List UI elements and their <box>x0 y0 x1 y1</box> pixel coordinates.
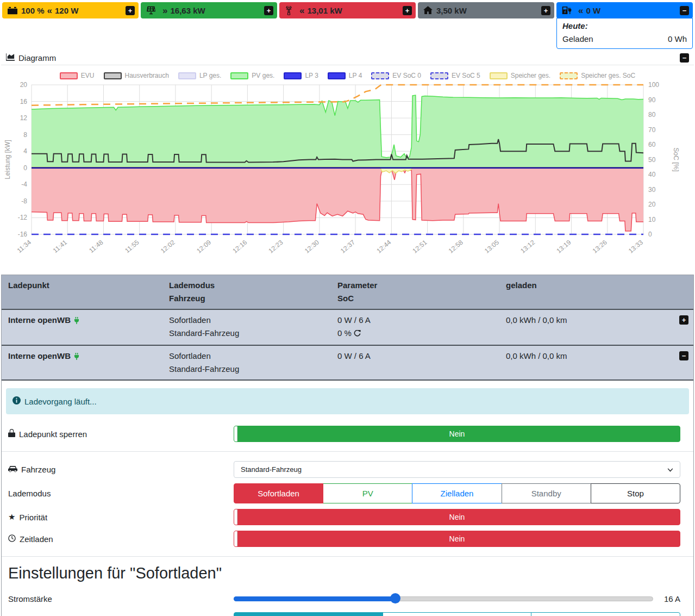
badge-battery[interactable]: 100 % « 120 W + <box>2 2 139 18</box>
chargepoint-collapse-button[interactable]: − <box>680 6 689 15</box>
table-row[interactable]: Interne openWB Sofortladen Standard-Fahr… <box>2 310 693 346</box>
table-row[interactable]: Interne openWB Sofortladen Standard-Fahr… <box>2 346 693 381</box>
mode-standby-button[interactable]: Standby <box>502 483 591 503</box>
battery-expand-button[interactable]: + <box>126 6 135 15</box>
badge-grid[interactable]: « 13,01 kW + <box>279 2 416 18</box>
limit-group: keine EV-SoC Energiemenge <box>234 612 680 616</box>
left-tick-label: 4 <box>23 147 27 155</box>
legend-speicher-ges-soc[interactable]: Speicher ges. SoC <box>560 72 635 79</box>
today-title: Heute: <box>562 21 687 30</box>
chargepoint-power-value: 0 W <box>586 6 600 15</box>
badge-pv[interactable]: » 16,63 kW + <box>141 2 277 18</box>
row-charged: 0,0 kWh / 0,0 km <box>506 350 673 376</box>
chevron-left-icon: « <box>47 6 52 15</box>
right-tick-label: 0 <box>648 231 652 238</box>
charge-mode-group: Sofortladen PV Zielladen Standby Stop <box>234 483 680 503</box>
row-collapse-button[interactable]: − <box>679 351 688 360</box>
x-tick-label: 11:41 <box>52 238 69 254</box>
chevron-left-icon: « <box>299 6 304 15</box>
pv-expand-button[interactable]: + <box>264 6 273 15</box>
mode-pv-button[interactable]: PV <box>323 483 412 503</box>
limit-ev-soc-button[interactable]: EV-SoC <box>383 612 532 616</box>
legend-ev-soc-5[interactable]: EV SoC 5 <box>430 72 480 79</box>
left-tick-label: -8 <box>21 197 27 205</box>
chevron-left-icon: « <box>578 6 583 15</box>
legend-hausverbrauch[interactable]: Hausverbrauch <box>104 72 169 79</box>
right-tick-label: 10 <box>648 216 656 223</box>
divider <box>2 556 693 557</box>
row-param: 0 W / 6 A <box>337 314 506 327</box>
x-tick-label: 11:55 <box>123 238 141 254</box>
limit-energiemenge-button[interactable]: Energiemenge <box>531 612 680 616</box>
slider-thumb[interactable] <box>390 593 400 603</box>
legend-lp-4[interactable]: LP 4 <box>328 72 362 79</box>
legend-swatch <box>60 72 78 79</box>
right-tick-label: 60 <box>648 141 656 148</box>
x-tick-label: 12:44 <box>375 238 392 254</box>
current-value: 16 A <box>661 594 680 603</box>
left-axis-title: Leistung [kW] <box>4 140 11 179</box>
badge-house[interactable]: 3,50 kW + <box>418 2 554 18</box>
x-tick-label: 13:12 <box>519 238 536 254</box>
power-pylon-icon <box>285 6 293 15</box>
badge-chargepoint[interactable]: « 0 W − Heute: Geladen 0 Wh <box>556 2 693 18</box>
row-soc: 0 % <box>337 328 352 338</box>
battery-power-value: 120 W <box>55 6 78 15</box>
limit-keine-button[interactable]: keine <box>234 612 383 616</box>
legend-speicher-ges-[interactable]: Speicher ges. <box>490 72 550 79</box>
lock-icon <box>8 429 15 439</box>
right-axis-title: SoC [%] <box>672 147 680 171</box>
charging-station-icon <box>562 6 572 15</box>
diagram-title: Diagramm <box>18 53 56 63</box>
x-tick-label: 11:48 <box>87 238 105 254</box>
legend-evu[interactable]: EVU <box>60 72 95 79</box>
plug-icon <box>73 352 80 362</box>
x-tick-label: 13:19 <box>555 238 572 254</box>
row-mode: Sofortladen <box>169 314 337 327</box>
diagram-card: Diagramm − EVUHausverbrauchLP ges.PV ges… <box>1 51 694 272</box>
legend-swatch <box>490 72 508 79</box>
mode-sofortladen-button[interactable]: Sofortladen <box>234 483 323 503</box>
priority-toggle[interactable]: Nein <box>234 509 680 525</box>
divider <box>2 451 693 452</box>
mode-zielladen-button[interactable]: Zielladen <box>412 483 502 503</box>
timed-label: Zeitladen <box>20 534 53 544</box>
grid-expand-button[interactable]: + <box>403 6 412 15</box>
timed-toggle[interactable]: Nein <box>234 531 680 547</box>
current-slider[interactable] <box>234 593 653 604</box>
battery-soc-value: 100 % <box>21 6 45 15</box>
area-chart-icon <box>6 53 15 63</box>
lock-toggle-value: Nein <box>449 430 465 438</box>
house-expand-button[interactable]: + <box>541 6 550 15</box>
legend-ev-soc-0[interactable]: EV SoC 0 <box>371 72 421 79</box>
vehicle-label: Fahrzeug <box>21 465 55 474</box>
x-tick-label: 12:16 <box>231 238 248 254</box>
legend-lp-ges-[interactable]: LP ges. <box>178 72 221 79</box>
mode-stop-button[interactable]: Stop <box>591 483 680 503</box>
chevron-right-icon: » <box>162 6 167 15</box>
x-tick-label: 11:34 <box>16 238 33 254</box>
legend-pv-ges-[interactable]: PV ges. <box>230 72 274 79</box>
left-tick-label: 8 <box>23 131 27 139</box>
x-tick-label: 12:02 <box>159 238 177 254</box>
lock-toggle[interactable]: Nein <box>234 426 680 442</box>
row-expand-button[interactable]: + <box>679 315 688 325</box>
diagram-collapse-button[interactable]: − <box>680 53 689 63</box>
right-tick-label: 70 <box>648 126 656 134</box>
x-tick-label: 12:09 <box>195 238 212 254</box>
table-header-row: Ladepunkt LademodusFahrzeug ParameterSoC… <box>2 275 693 310</box>
slider-fill <box>234 596 395 601</box>
charge-mode-row: Lademodus Sofortladen PV Zielladen Stand… <box>2 481 693 506</box>
row-param: 0 W / 6 A <box>337 350 506 363</box>
limit-row: Begrenzung keine EV-SoC Energiemenge <box>2 609 693 616</box>
x-tick-label: 12:23 <box>267 238 285 254</box>
legend-swatch <box>230 72 248 79</box>
row-charged: 0,0 kWh / 0,0 km <box>506 314 673 341</box>
diagram-header[interactable]: Diagramm − <box>1 51 694 65</box>
legend-lp-3[interactable]: LP 3 <box>284 72 318 79</box>
timed-charge-row: Zeitladen Nein <box>2 528 693 550</box>
vehicle-select[interactable]: Standard-Fahrzeug <box>234 461 680 478</box>
lock-row: Ladepunkt sperren Nein <box>2 423 693 445</box>
refresh-icon[interactable] <box>354 329 361 339</box>
right-tick-label: 20 <box>648 201 656 208</box>
